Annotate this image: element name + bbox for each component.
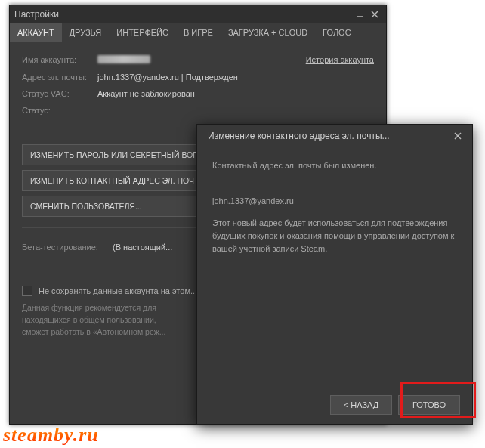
dialog-footer: < НАЗАД ГОТОВО xyxy=(197,395,472,415)
dialog-titlebar: Изменение контактного адреса эл. почты..… xyxy=(197,125,472,147)
beta-label: Бета-тестирование: xyxy=(22,243,113,252)
done-button[interactable]: ГОТОВО xyxy=(398,395,460,415)
dialog-msg-changed: Контактный адрес эл. почты был изменен. xyxy=(212,159,457,172)
beta-value: (В настоящий... xyxy=(113,243,172,252)
vac-value: Аккаунт не заблокирован xyxy=(97,89,195,98)
titlebar: Настройки xyxy=(10,5,386,23)
vac-label: Статус VAC: xyxy=(22,89,97,98)
account-name-label: Имя аккаунта: xyxy=(22,55,97,65)
change-user-button[interactable]: СМЕНИТЬ ПОЛЬЗОВАТЕЛЯ... xyxy=(22,196,218,217)
change-email-button[interactable]: ИЗМЕНИТЬ КОНТАКТНЫЙ АДРЕС ЭЛ. ПОЧТЫ... xyxy=(22,170,218,191)
back-button[interactable]: < НАЗАД xyxy=(330,395,392,415)
window-title: Настройки xyxy=(14,9,59,20)
account-history-link[interactable]: История аккаунта xyxy=(306,55,374,65)
tab-downloads[interactable]: ЗАГРУЗКА + CLOUD xyxy=(221,23,315,42)
change-password-button[interactable]: ИЗМЕНИТЬ ПАРОЛЬ ИЛИ СЕКРЕТНЫЙ ВОПРОС... xyxy=(22,144,218,165)
no-save-label: Не сохранять данные аккаунта на этом... xyxy=(39,286,197,295)
tab-ingame[interactable]: В ИГРЕ xyxy=(176,23,221,42)
email-label: Адрес эл. почты: xyxy=(22,73,97,82)
account-name-value xyxy=(97,55,150,65)
tab-account[interactable]: АККАУНТ xyxy=(10,23,62,42)
tab-voice[interactable]: ГОЛОС xyxy=(315,23,359,42)
email-change-dialog: Изменение контактного адреса эл. почты..… xyxy=(196,124,473,425)
close-button[interactable] xyxy=(368,9,382,20)
tab-friends[interactable]: ДРУЗЬЯ xyxy=(62,23,110,42)
watermark: steamby.ru xyxy=(3,424,99,446)
dialog-email: john.1337@yandex.ru xyxy=(212,195,457,208)
minimize-button[interactable] xyxy=(353,9,366,20)
tabs: АККАУНТ ДРУЗЬЯ ИНТЕРФЕЙС В ИГРЕ ЗАГРУЗКА… xyxy=(10,23,386,42)
no-save-checkbox[interactable] xyxy=(22,286,32,296)
dialog-desc: Этот новый адрес будет использоваться дл… xyxy=(212,217,457,255)
dialog-body: Контактный адрес эл. почты был изменен. … xyxy=(197,147,472,267)
dialog-close-button[interactable] xyxy=(451,131,465,141)
tab-interface[interactable]: ИНТЕРФЕЙС xyxy=(109,23,176,42)
email-value: john.1337@yandex.ru | Подтвержден xyxy=(97,73,238,82)
status-label: Статус: xyxy=(22,106,97,115)
dialog-title: Изменение контактного адреса эл. почты..… xyxy=(208,131,390,141)
